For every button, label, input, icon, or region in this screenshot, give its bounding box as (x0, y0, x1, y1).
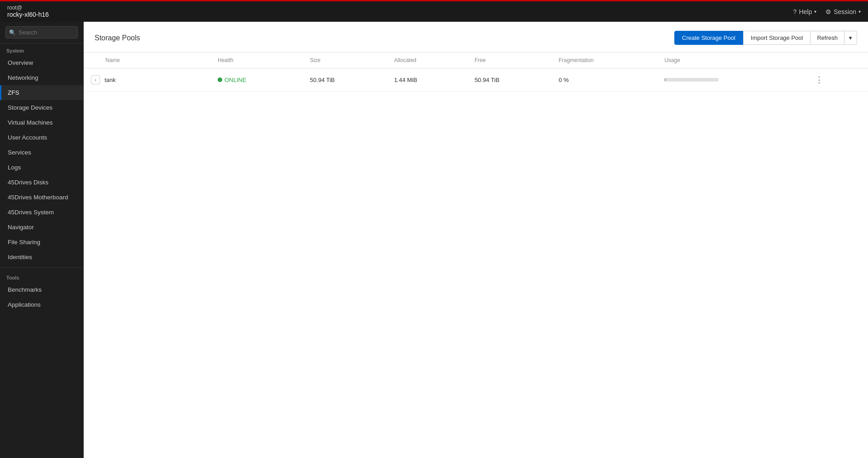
sidebar-item-virtual-machines[interactable]: Virtual Machines (0, 115, 83, 130)
th-size: Size (303, 53, 387, 68)
import-storage-pool-button[interactable]: Import Storage Pool (743, 31, 811, 45)
search-icon: 🔍 (9, 29, 16, 36)
table-body: › tank ONLINE 50.94 TiB 1. (84, 68, 868, 92)
storage-pools-table: Name Health Size Allocated Free (84, 53, 868, 92)
usage-bar (664, 78, 719, 82)
sidebar-item-label: Logs (8, 164, 21, 171)
content-area: Storage Pools Create Storage Pool Import… (84, 22, 868, 458)
session-button[interactable]: ⚙ Session ▾ (825, 8, 861, 15)
table-header-row: Name Health Size Allocated Free (84, 53, 868, 68)
sidebar-item-storage-devices[interactable]: Storage Devices (0, 100, 83, 115)
sidebar-item-label: 45Drives Motherboard (8, 194, 68, 201)
th-health: Health (210, 53, 303, 68)
sidebar-item-services[interactable]: Services (0, 145, 83, 160)
td-name: › tank (84, 68, 210, 92)
th-name: Name (84, 53, 210, 68)
sidebar-section-system: System (0, 43, 83, 55)
th-free: Free (467, 53, 552, 68)
search-input[interactable] (5, 26, 78, 39)
sidebar-item-overview[interactable]: Overview (0, 55, 83, 70)
health-status: ONLINE (218, 77, 296, 83)
sidebar-item-applications[interactable]: Applications (0, 297, 83, 312)
page-content: Storage Pools Create Storage Pool Import… (84, 22, 868, 458)
usage-bar-fill (664, 78, 665, 82)
sidebar-item-label: Identities (8, 254, 32, 260)
refresh-button[interactable]: Refresh (811, 31, 844, 45)
sidebar-item-label: File Sharing (8, 239, 40, 246)
th-usage: Usage (657, 53, 804, 68)
create-storage-pool-button[interactable]: Create Storage Pool (674, 31, 743, 45)
sidebar-item-identities[interactable]: Identities (0, 250, 83, 265)
td-size: 50.94 TiB (303, 68, 387, 92)
sidebar-item-benchmarks[interactable]: Benchmarks (0, 282, 83, 297)
sidebar-item-label: Services (8, 149, 31, 156)
help-label: Help (799, 8, 812, 15)
sidebar-item-45drives-disks[interactable]: 45Drives Disks (0, 175, 83, 190)
td-usage (657, 68, 804, 92)
storage-actions: Create Storage Pool Import Storage Pool … (674, 31, 857, 45)
th-actions-spacer (804, 53, 868, 68)
sidebar: 🔍 System Overview Networking ZFS Storage… (0, 22, 84, 458)
th-fragmentation: Fragmentation (551, 53, 657, 68)
sidebar-item-user-accounts[interactable]: User Accounts (0, 130, 83, 145)
sidebar-item-label: Applications (8, 301, 41, 308)
sidebar-item-label: Benchmarks (8, 286, 42, 293)
td-fragmentation: 0 % (551, 68, 657, 92)
sidebar-item-label: ZFS (8, 89, 19, 96)
topbar-identity: root@ rocky-xl60-h16 (7, 5, 49, 19)
main-layout: 🔍 System Overview Networking ZFS Storage… (0, 22, 868, 458)
td-allocated: 1.44 MiB (387, 68, 467, 92)
chevron-down-icon: ▾ (849, 34, 852, 41)
sidebar-item-logs[interactable]: Logs (0, 160, 83, 175)
sidebar-item-zfs[interactable]: ZFS (0, 85, 83, 100)
session-dropdown-arrow: ▾ (858, 9, 861, 14)
row-expand-button[interactable]: › (91, 75, 100, 84)
row-actions-button[interactable]: ⋮ (811, 74, 827, 86)
topbar-host: rocky-xl60-h16 (7, 11, 49, 19)
sidebar-item-label: Navigator (8, 224, 34, 231)
question-icon: ? (793, 8, 797, 15)
health-online-dot (218, 77, 222, 82)
sidebar-item-label: Storage Devices (8, 104, 52, 111)
topbar: root@ rocky-xl60-h16 ? Help ▾ ⚙ Session … (0, 0, 868, 22)
table-row: › tank ONLINE 50.94 TiB 1. (84, 68, 868, 92)
topbar-actions: ? Help ▾ ⚙ Session ▾ (793, 8, 861, 15)
storage-pools-header: Storage Pools Create Storage Pool Import… (84, 22, 868, 53)
session-label: Session (834, 8, 856, 15)
sidebar-section-tools: Tools (0, 270, 83, 282)
sidebar-item-label: Overview (8, 59, 33, 66)
sidebar-divider (0, 267, 83, 268)
sidebar-item-label: Virtual Machines (8, 119, 53, 126)
td-health: ONLINE (210, 68, 303, 92)
table-header: Name Health Size Allocated Free (84, 53, 868, 68)
sidebar-item-file-sharing[interactable]: File Sharing (0, 235, 83, 250)
topbar-user: root@ (7, 5, 49, 11)
sidebar-item-45drives-system[interactable]: 45Drives System (0, 205, 83, 220)
help-dropdown-arrow: ▾ (814, 9, 816, 14)
pool-name: tank (105, 77, 116, 83)
sidebar-item-label: 45Drives Disks (8, 179, 48, 186)
sidebar-item-navigator[interactable]: Navigator (0, 220, 83, 235)
gear-icon: ⚙ (825, 8, 831, 15)
refresh-dropdown-button[interactable]: ▾ (844, 31, 857, 45)
sidebar-item-label: User Accounts (8, 134, 47, 141)
td-free: 50.94 TiB (467, 68, 552, 92)
td-row-actions: ⋮ (804, 68, 868, 92)
chevron-right-icon: › (95, 77, 96, 82)
th-allocated: Allocated (387, 53, 467, 68)
sidebar-item-45drives-motherboard[interactable]: 45Drives Motherboard (0, 190, 83, 205)
sidebar-search-area: 🔍 (0, 22, 83, 43)
sidebar-item-label: Networking (8, 74, 38, 81)
health-label: ONLINE (224, 77, 246, 83)
sidebar-item-label: 45Drives System (8, 209, 54, 216)
help-button[interactable]: ? Help ▾ (793, 8, 817, 15)
page-title: Storage Pools (95, 34, 140, 42)
sidebar-item-networking[interactable]: Networking (0, 70, 83, 85)
